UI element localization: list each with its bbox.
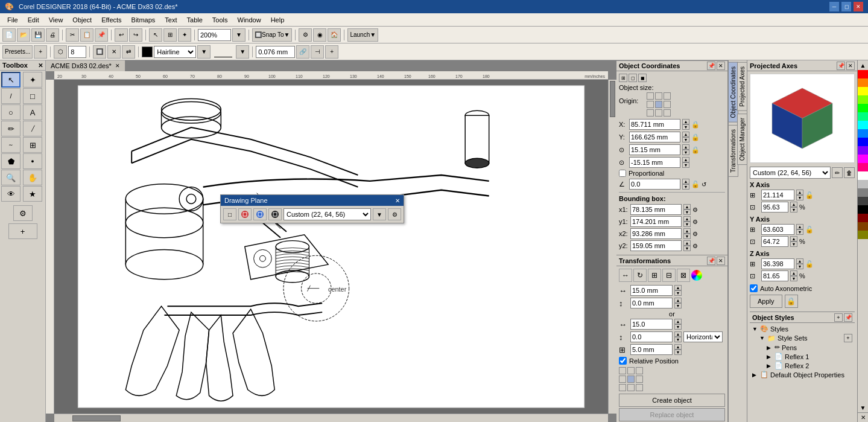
x-scale-down[interactable]: ▼ [790,207,797,213]
z-scale-down[interactable]: ▼ [790,276,797,281]
freehand-tool[interactable]: ∼ [1,137,21,153]
palette-color-8000ff[interactable] [858,146,868,155]
tr-pin-btn[interactable]: 📌 [707,257,715,265]
origin-tr[interactable] [664,92,671,100]
origin-mc[interactable] [655,101,662,108]
tab-close[interactable]: ✕ [115,63,120,69]
scrollbar-h[interactable] [54,414,608,422]
scrollbar-v-thumb[interactable] [610,81,615,117]
origin-tl[interactable] [647,92,654,100]
y1-up[interactable]: ▲ [683,216,691,222]
zoom-input[interactable] [198,29,231,41]
palette-color-ff0080[interactable] [858,163,868,171]
pa-pin-btn[interactable]: 📌 [837,62,845,70]
select-mode-btn[interactable]: ↖ [149,28,162,42]
dp-btn-blue[interactable] [253,208,267,220]
z-scale-input[interactable] [761,270,788,281]
replace-object-btn[interactable]: Replace object [619,408,725,421]
y-up[interactable]: ▲ [682,132,689,137]
tr-v-input[interactable] [630,298,673,309]
tree-reflex1[interactable]: ▶ 📄 Reflex 1 [765,352,854,361]
menu-view[interactable]: View [44,15,68,25]
text-tool[interactable]: A [23,104,42,120]
tr-scale-up[interactable]: ▲ [674,319,682,324]
file-tab[interactable]: ACME Dx83 02.des* ✕ [46,60,125,71]
x1-input[interactable] [630,204,682,215]
y1-settings[interactable]: ⚙ [692,219,698,225]
vtab-projected-axes[interactable]: Projected Axes [737,62,747,111]
palette-color-ff00ff[interactable] [858,155,868,163]
settings-tool[interactable]: ⚙ [13,205,33,221]
dp-btn-rect[interactable]: □ [223,208,236,220]
dp-btn-red[interactable] [238,208,252,220]
snap-to-btn[interactable]: 🔲 Snap To ▼ [252,28,292,42]
z-angle-lock[interactable]: 🔓 [805,260,814,268]
print-btn[interactable]: 🖨 [46,28,59,42]
rect-tool[interactable]: □ [23,88,42,104]
palette-color-808000[interactable] [858,231,868,239]
tr-h-down[interactable]: ▼ [674,290,682,296]
palette-color-ff0000[interactable] [858,70,868,78]
link-btn[interactable]: 🔗 [296,45,309,59]
y-angle-lock[interactable]: 🔓 [805,226,814,234]
w-lock-icon[interactable]: 🔒 [691,146,700,154]
tr-v-up[interactable]: ▲ [674,298,682,303]
palette-no-color[interactable]: ✕ [858,412,868,422]
x-angle-lock[interactable]: 🔓 [805,191,814,199]
w-input[interactable] [629,144,680,155]
palette-color-404040[interactable] [858,197,868,205]
proportional-check[interactable] [619,170,626,177]
y-angle-down[interactable]: ▼ [796,229,803,235]
y-scale-input[interactable] [761,236,788,247]
x-lock[interactable]: 🔒 [691,121,700,129]
size-input[interactable] [68,46,86,58]
line-tool[interactable]: / [1,88,21,104]
tr-scale-down[interactable]: ▼ [674,324,682,330]
width-input[interactable] [256,46,295,58]
dp-close[interactable]: ✕ [395,197,400,204]
x-scale-up[interactable]: ▲ [790,202,797,207]
tree-reflex2[interactable]: ▶ 📄 Reflex 2 [765,361,854,370]
z-scale-up[interactable]: ▲ [790,270,797,276]
relative-pos-check[interactable] [619,357,627,365]
new-btn[interactable]: 📄 [2,28,16,42]
pos-br[interactable] [636,384,643,391]
y2-settings[interactable]: ⚙ [692,243,698,249]
z-angle-input[interactable] [761,258,794,269]
palette-color-0080ff[interactable] [858,129,868,138]
pos-bl[interactable] [619,384,626,391]
os-pin-btn[interactable]: 📌 [844,313,852,322]
save-btn[interactable]: 💾 [31,28,45,42]
angle-input[interactable] [629,179,680,190]
y-input[interactable] [629,132,680,142]
x2-up[interactable]: ▲ [683,228,691,234]
h-down[interactable]: ▼ [682,162,689,168]
eye-tool[interactable]: 👁 [1,186,21,202]
y-angle-up[interactable]: ▲ [796,224,803,229]
line-dropdown2[interactable]: ▼ [236,45,249,59]
restore-btn[interactable]: ◻ [841,2,851,11]
origin-bl[interactable] [647,109,654,117]
tree-style-sets[interactable]: ▼ 📁 Style Sets + [758,333,854,343]
dp-dropdown[interactable]: ▼ [373,208,386,220]
pos-mc[interactable] [627,376,635,383]
pa-close-btn[interactable]: ✕ [846,62,855,70]
tr-size-input[interactable] [630,344,673,355]
y-down[interactable]: ▼ [682,137,689,142]
zoom-tool[interactable]: 🔍 [1,170,21,185]
tr-size-down[interactable]: ▼ [674,350,682,355]
canvas-bg[interactable]: center [54,80,608,414]
tr-color-btn[interactable] [691,270,702,281]
cut-btn[interactable]: ✂ [66,28,79,42]
size-icon-3[interactable]: ◼ [638,74,647,82]
tr-direction-select[interactable]: Horizontal [683,331,723,342]
apply-btn[interactable]: Apply [750,295,782,308]
menu-table[interactable]: Table [182,15,207,25]
end-btn[interactable]: ⊣ [311,45,324,59]
no-fill-btn[interactable]: ✕ [107,45,121,59]
menu-edit[interactable]: Edit [23,15,44,25]
x2-input[interactable] [630,228,682,239]
open-btn[interactable]: 📂 [17,28,30,42]
swap-btn[interactable]: ⇄ [122,45,135,59]
palette-color-c0c0c0[interactable] [858,180,868,188]
